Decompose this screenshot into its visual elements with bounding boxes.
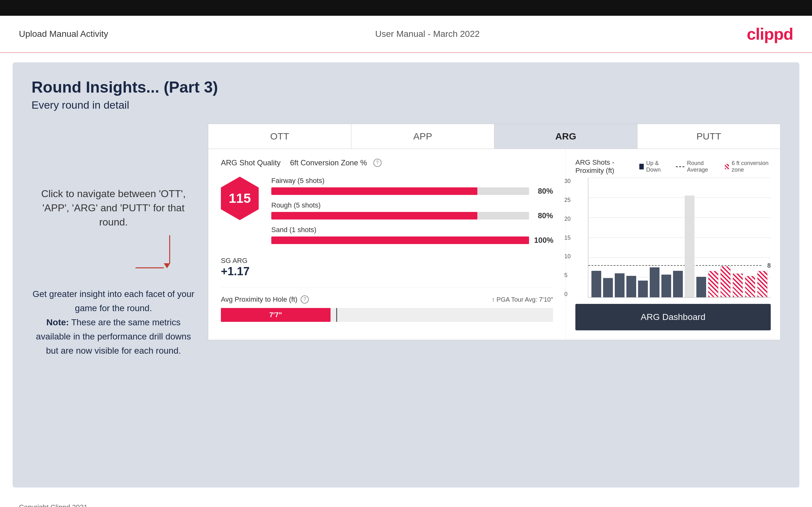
tab-ott[interactable]: OTT (208, 124, 351, 149)
doc-title: User Manual - March 2022 (375, 29, 479, 39)
section-subtitle: Every round in detail (32, 99, 780, 111)
chart-bar-4 (638, 281, 648, 297)
proximity-cursor (336, 308, 337, 322)
logo: clippd (747, 24, 793, 44)
shot-row-1: Rough (5 shots) 80% (271, 201, 553, 220)
y-15: 15 (564, 235, 571, 241)
nav-instruction: Click to navigate between 'OTT', 'APP', … (32, 187, 195, 229)
tab-arg[interactable]: ARG (494, 124, 638, 149)
hex-score: 115 (221, 177, 259, 220)
arrow-horizontal (136, 267, 164, 268)
shot-label-1: Rough (5 shots) (271, 201, 553, 210)
bar-row-2: 100% (271, 236, 553, 245)
pga-avg: ↑ PGA Tour Avg: 7'10" (492, 296, 553, 303)
bar-bg-1 (271, 212, 529, 220)
proximity-header: Avg Proximity to Hole (ft) ? ↑ PGA Tour … (221, 295, 553, 303)
arrow-tip (164, 263, 170, 268)
y-axis: 0 5 10 15 20 25 30 (564, 178, 571, 297)
proximity-bar-fill: 7'7" (221, 308, 331, 322)
sg-label: SG ARG (221, 257, 553, 265)
chart-bar-7 (673, 271, 683, 297)
chart-title: ARG Shots - Proximity (ft) (575, 158, 639, 175)
proximity-bar: 7'7" (221, 308, 553, 322)
tabs-container: OTT APP ARG PUTT (208, 124, 780, 149)
chart-bar-11 (720, 266, 731, 297)
tab-putt[interactable]: PUTT (638, 124, 780, 149)
copyright: Copyright Clippd 2021 (19, 503, 88, 507)
bar-fill-0 (271, 187, 477, 195)
shot-bars: Fairway (5 shots) 80% Rough (5 shots) 80… (271, 177, 553, 250)
chart-bar-5 (650, 267, 659, 297)
y-10: 10 (564, 253, 571, 260)
bar-bg-2 (271, 236, 529, 244)
quality-title: ARG Shot Quality (221, 158, 281, 167)
y-30: 30 (564, 178, 571, 184)
chart-header: ARG Shots - Proximity (ft) Up & Down Rou… (575, 158, 771, 175)
chart-bar-6 (661, 275, 671, 297)
proximity-value: 7'7" (269, 311, 282, 319)
arrow-vertical (169, 235, 170, 264)
legend-conversion-label: 6 ft conversion zone (732, 160, 771, 173)
chart-legend: Up & Down Round Average 6 ft conversion … (639, 160, 771, 173)
legend-updown: Up & Down (639, 160, 668, 173)
quality-header: ARG Shot Quality 6ft Conversion Zone % ? (221, 158, 553, 167)
top-bar (0, 0, 812, 16)
proximity-title: Avg Proximity to Hole (ft) (221, 295, 297, 303)
card-right: ARG Shots - Proximity (ft) Up & Down Rou… (566, 149, 780, 340)
chart-bar-3 (626, 276, 636, 297)
arg-dashboard-button[interactable]: ARG Dashboard (575, 304, 771, 330)
legend-updown-label: Up & Down (646, 160, 668, 173)
section-title: Round Insights... (Part 3) (32, 78, 780, 96)
chart-bar-10 (708, 271, 718, 297)
legend-dashed-icon (676, 166, 685, 167)
tab-app[interactable]: APP (351, 124, 494, 149)
bar-row-1: 80% (271, 211, 553, 220)
insight-line1: Get greater insight into each facet of y… (33, 289, 194, 313)
chart-bar-1 (603, 278, 613, 297)
bar-row-0: 80% (271, 187, 553, 195)
chart-bar-2 (615, 273, 624, 297)
y-25: 25 (564, 197, 571, 204)
proximity-section: Avg Proximity to Hole (ft) ? ↑ PGA Tour … (221, 287, 553, 322)
card-body: ARG Shot Quality 6ft Conversion Zone % ?… (208, 149, 780, 340)
y-20: 20 (564, 216, 571, 222)
chart-wrapper: 0 5 10 15 20 25 30 (575, 178, 771, 297)
shot-label-2: Sand (1 shots) (271, 226, 553, 234)
chart-bar-8 (685, 195, 695, 297)
footer: Copyright Clippd 2021 (0, 497, 812, 507)
content-layout: Click to navigate between 'OTT', 'APP', … (32, 124, 780, 358)
shot-row-2: Sand (1 shots) 100% (271, 226, 553, 245)
card-left: ARG Shot Quality 6ft Conversion Zone % ?… (208, 149, 566, 340)
legend-roundavg: Round Average (676, 160, 717, 173)
legend-roundavg-label: Round Average (687, 160, 717, 173)
chart-bar-14 (757, 271, 768, 297)
chart-bar-13 (745, 276, 755, 297)
hex-container: 115 Fairway (5 shots) 80% Rough (5 shots… (221, 177, 553, 250)
y-0: 0 (564, 291, 571, 297)
arrow-bend (136, 264, 170, 268)
insight-note: Note: (46, 318, 69, 327)
bar-pct-2: 100% (534, 236, 553, 245)
chart-bars (592, 178, 768, 297)
page-title: Upload Manual Activity (19, 29, 108, 39)
reference-label: 8 (767, 262, 771, 269)
arrow-annotation (32, 235, 170, 268)
conversion-label: 6ft Conversion Zone % (290, 158, 367, 167)
bar-fill-1 (271, 212, 477, 220)
chart-bar-0 (592, 271, 601, 297)
chart-bar-12 (732, 273, 743, 297)
right-panel: OTT APP ARG PUTT ARG Shot Quality 6ft Co… (208, 124, 780, 358)
bar-bg-0 (271, 187, 529, 195)
legend-square-icon (639, 164, 644, 169)
help-icon[interactable]: ? (373, 159, 382, 167)
bar-fill-2 (271, 236, 529, 244)
proximity-title-row: Avg Proximity to Hole (ft) ? (221, 295, 309, 303)
proximity-help-icon[interactable]: ? (301, 295, 309, 303)
hex-number: 115 (229, 191, 251, 206)
main-content: Round Insights... (Part 3) Every round i… (13, 62, 799, 488)
shot-label-0: Fairway (5 shots) (271, 177, 553, 185)
sg-value: +1.17 (221, 265, 553, 278)
sg-section: SG ARG +1.17 (221, 257, 553, 278)
insight-text: Get greater insight into each facet of y… (32, 287, 195, 358)
nav-instruction-container: Click to navigate between 'OTT', 'APP', … (32, 187, 195, 268)
